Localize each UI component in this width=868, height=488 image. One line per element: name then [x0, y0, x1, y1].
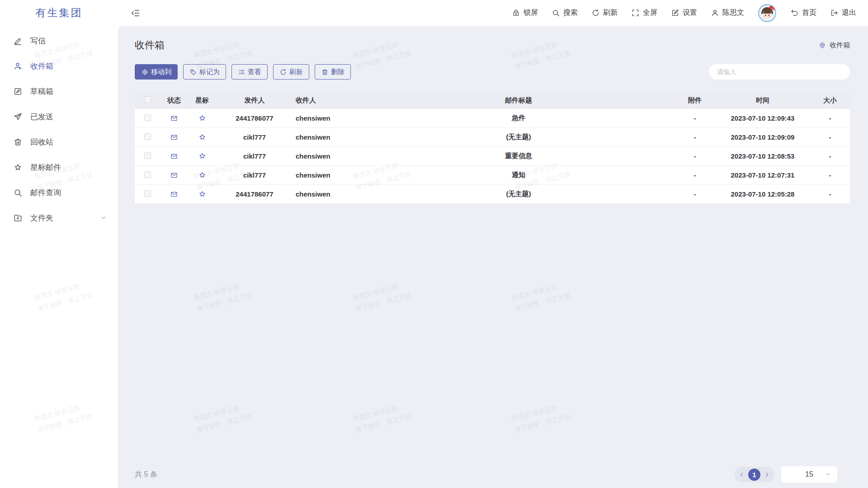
column-header: 附件: [675, 96, 715, 105]
sidebar-item-label: 已发送: [30, 112, 53, 122]
row-checkbox[interactable]: [144, 114, 151, 121]
row-checkbox-cell: [135, 114, 160, 122]
star-icon[interactable]: [198, 171, 207, 179]
star-cell: [188, 190, 216, 199]
topbar-action-label: 搜索: [563, 8, 578, 18]
time-cell: 2023-07-10 12:07:31: [715, 171, 810, 179]
topbar-action-label: 设置: [683, 8, 697, 18]
subject-cell: 重要信息: [363, 152, 675, 160]
page-title: 收件箱: [135, 38, 165, 52]
topbar-action-label: 首页: [802, 8, 816, 18]
topbar-action-label: 陈思文: [722, 8, 744, 18]
topbar-action-settings[interactable]: 设置: [671, 8, 697, 18]
row-checkbox[interactable]: [144, 152, 151, 159]
prev-page-icon[interactable]: [738, 471, 745, 478]
sidebar-item-inbox[interactable]: 收件箱: [0, 56, 118, 76]
recipient-cell: chensiwen: [293, 171, 363, 179]
status-cell: [160, 152, 188, 160]
status-cell: [160, 190, 188, 198]
attachment-cell: -: [675, 133, 715, 141]
table-row[interactable]: cikl777chensiwen通知-2023-07-10 12:07:31-: [135, 166, 850, 185]
status-cell: [160, 114, 188, 122]
button-label: 删除: [331, 68, 344, 76]
star-icon[interactable]: [198, 152, 207, 160]
brand-logo: 有生集团: [0, 0, 118, 26]
column-header: 收件人: [293, 96, 363, 105]
main-content: 收件箱 收件箱 移动到标记为查看刷新删除 状态星标发件人收件人邮件标题附件时间大…: [118, 26, 868, 488]
sidebar-item-sent[interactable]: 已发送: [0, 106, 118, 127]
sidebar-item-label: 收件箱: [30, 61, 53, 71]
topbar-action-label: 刷新: [603, 8, 618, 18]
search-icon: [13, 188, 23, 197]
star-cell: [188, 133, 216, 142]
subject-cell: (无主题): [363, 133, 675, 141]
move-to-button[interactable]: 移动到: [135, 64, 178, 80]
sidebar-item-mail-search[interactable]: 邮件查询: [0, 182, 118, 203]
sidebar-item-folders[interactable]: 文件夹: [0, 207, 118, 228]
column-header: 星标: [188, 96, 216, 105]
row-checkbox[interactable]: [144, 133, 151, 140]
pagination: 1: [734, 467, 774, 482]
page-size-select[interactable]: 15: [781, 466, 837, 483]
button-label: 刷新: [289, 68, 303, 76]
table-row[interactable]: 2441786077chensiwen急件-2023-07-10 12:09:4…: [135, 109, 850, 128]
topbar-action-search[interactable]: 搜索: [552, 8, 578, 18]
collapse-sidebar-icon[interactable]: [131, 8, 141, 18]
unread-envelope-icon: [170, 190, 178, 198]
table-row[interactable]: cikl777chensiwen(无主题)-2023-07-10 12:09:0…: [135, 128, 850, 147]
page-number-current[interactable]: 1: [748, 469, 760, 481]
chevron-down-icon: [825, 471, 831, 478]
table-row[interactable]: 2441786077chensiwen(无主题)-2023-07-10 12:0…: [135, 185, 850, 204]
row-checkbox[interactable]: [144, 190, 151, 197]
attachment-cell: -: [675, 152, 715, 160]
time-cell: 2023-07-10 12:09:09: [715, 133, 810, 141]
mark-as-button[interactable]: 标记为: [183, 64, 226, 80]
topbar-action-current-user[interactable]: 陈思文: [711, 8, 744, 18]
sidebar-item-compose[interactable]: 写信: [0, 30, 118, 51]
column-header: 状态: [160, 96, 188, 105]
sidebar-nav: 写信收件箱草稿箱已发送回收站星标邮件邮件查询文件夹: [0, 26, 118, 228]
chevron-down-icon[interactable]: [100, 214, 107, 221]
attachment-cell: -: [675, 190, 715, 198]
topbar-action-fullscreen[interactable]: 全屏: [631, 8, 657, 18]
send-icon: [13, 112, 23, 122]
row-checkbox-cell: [135, 171, 160, 179]
column-header: 大小: [810, 96, 850, 105]
sidebar-item-label: 星标邮件: [30, 162, 61, 173]
topbar-action-refresh[interactable]: 刷新: [591, 8, 618, 18]
edit-square-icon: [671, 9, 679, 17]
sidebar-item-starred[interactable]: 星标邮件: [0, 157, 118, 178]
table-row[interactable]: cikl777chensiwen重要信息-2023-07-10 12:08:53…: [135, 147, 850, 166]
sidebar-item-label: 写信: [30, 36, 46, 46]
size-cell: -: [810, 190, 850, 198]
sidebar-item-label: 回收站: [30, 137, 53, 147]
sidebar-item-drafts[interactable]: 草稿箱: [0, 81, 118, 102]
select-all-checkbox[interactable]: [144, 96, 151, 103]
sidebar: 有生集团 写信收件箱草稿箱已发送回收站星标邮件邮件查询文件夹: [0, 0, 118, 488]
pencil-icon: [13, 36, 23, 46]
star-icon[interactable]: [198, 114, 207, 122]
topbar-action-home[interactable]: 首页: [790, 8, 816, 18]
inbox-user-icon: [13, 61, 23, 71]
filter-input[interactable]: [709, 64, 850, 80]
star-icon[interactable]: [198, 190, 207, 198]
refresh-button[interactable]: 刷新: [273, 64, 309, 80]
button-label: 标记为: [199, 68, 220, 76]
star-cell: [188, 152, 216, 161]
sidebar-item-recycle[interactable]: 回收站: [0, 131, 118, 152]
recipient-cell: chensiwen: [293, 152, 363, 160]
next-page-icon[interactable]: [764, 471, 770, 478]
delete-button[interactable]: 删除: [315, 64, 351, 80]
topbar-action-logout[interactable]: 退出: [830, 8, 856, 18]
refresh-icon: [279, 68, 287, 76]
view-button[interactable]: 查看: [231, 64, 268, 80]
unread-envelope-icon: [170, 114, 178, 122]
status-cell: [160, 171, 188, 179]
star-icon[interactable]: [198, 133, 207, 141]
row-checkbox-cell: [135, 190, 160, 198]
row-checkbox[interactable]: [144, 171, 151, 178]
topbar-action-lock-screen[interactable]: 锁屏: [512, 8, 538, 18]
user-avatar[interactable]: [758, 4, 777, 23]
total-count: 共 5 条: [135, 470, 157, 479]
subject-cell: (无主题): [363, 190, 675, 198]
